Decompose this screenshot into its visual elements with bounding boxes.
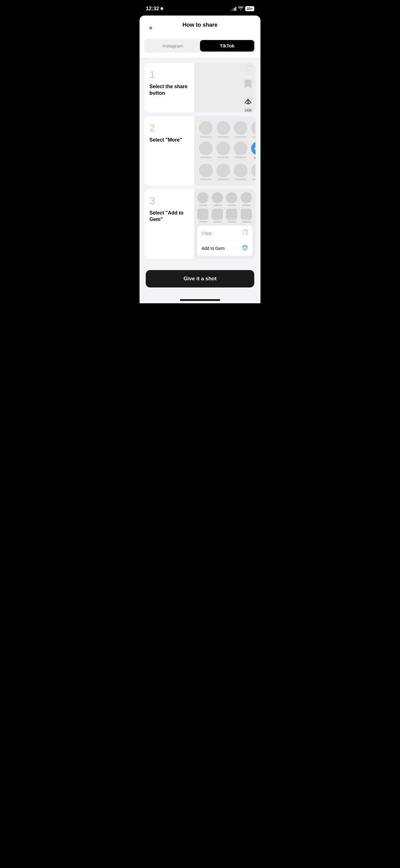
share-circle-label-7 <box>235 156 246 158</box>
share-circle-11 <box>234 164 247 177</box>
share-circle-label-10 <box>218 179 229 180</box>
status-icons: 22+ <box>231 6 254 11</box>
share-circle-label-3 <box>235 136 246 138</box>
home-indicator <box>139 297 261 303</box>
time-display: 12:32 <box>146 6 159 12</box>
step-1-number: 1 <box>149 69 189 81</box>
share-circle-label-2 <box>218 136 229 138</box>
share-item-12 <box>251 164 256 180</box>
step-2-illustration: ••• More <box>194 116 256 185</box>
step-3-card: 3 Select "Add to Gem" <box>144 189 256 259</box>
step-2-left: 2 Select "More" <box>144 116 194 185</box>
share-circle-label-4 <box>253 136 256 138</box>
context-menu: Copy Add to Gem <box>197 226 253 256</box>
home-bar <box>180 299 220 301</box>
share-circle-7 <box>234 142 247 155</box>
menu-item-copy[interactable]: Copy <box>197 226 253 241</box>
share-circle-5 <box>199 142 213 155</box>
step-3-number: 3 <box>149 195 189 207</box>
svg-marker-5 <box>242 245 247 250</box>
circles-row <box>197 192 253 206</box>
share-item-11 <box>234 164 247 180</box>
more-label: More <box>255 156 256 160</box>
sm-circle-item-4 <box>241 192 253 206</box>
step-1-left: 1 Select the share button <box>144 63 194 113</box>
share-circle-3 <box>234 121 247 135</box>
squares-row <box>197 209 253 223</box>
share-circle-4 <box>251 121 256 135</box>
sm-circle-item-3 <box>226 192 238 206</box>
more-button-item[interactable]: ••• More <box>251 142 256 160</box>
share-item-9 <box>199 164 213 180</box>
share-circle-12 <box>251 164 256 177</box>
tab-instagram[interactable]: Instagram <box>146 40 200 52</box>
sm-square-item-1 <box>197 209 209 223</box>
svg-rect-4 <box>243 231 246 235</box>
tab-header-bg: Instagram TikTok <box>139 34 261 58</box>
share-sheet: × How to share Instagram TikTok 1 Select… <box>139 16 261 303</box>
share-circle-6 <box>216 142 230 155</box>
share-item-7 <box>234 142 247 160</box>
more-circle: ••• <box>251 142 256 155</box>
copy-icon <box>242 229 248 237</box>
share-item-4 <box>251 121 256 138</box>
heart-icon: ♡ <box>244 63 252 73</box>
tab-tiktok[interactable]: TikTok <box>200 40 254 52</box>
step3-illustration: Copy Add to Gem <box>194 189 256 259</box>
close-button[interactable]: × <box>146 23 156 33</box>
share-circle-label-12 <box>253 179 256 180</box>
step-3-illustration: Copy Add to Gem <box>194 189 256 259</box>
svg-marker-0 <box>160 7 163 10</box>
share-circle-9 <box>199 164 213 177</box>
tab-switcher: Instagram TikTok <box>144 39 256 53</box>
share-item-6 <box>216 142 230 160</box>
battery-icon: 22+ <box>245 6 254 11</box>
wifi-icon <box>238 6 243 11</box>
tiktok-sidebar: ♡ <box>244 63 253 112</box>
share-item-5 <box>199 142 213 160</box>
signal-icon <box>231 6 236 11</box>
share-circle-label-1 <box>200 136 211 138</box>
share-circle-label-9 <box>200 179 211 180</box>
share-circle-1 <box>199 121 213 135</box>
share-circle-2 <box>216 121 230 135</box>
bookmark-icon <box>245 80 252 91</box>
share-circle-label-5 <box>200 156 211 158</box>
step-1-text: Select the share button <box>149 84 188 96</box>
status-time: 12:32 <box>146 6 163 12</box>
share-item-1 <box>199 121 213 138</box>
sheet-header: × How to share <box>139 16 261 34</box>
step-1-card: 1 Select the share button ♡ <box>144 63 256 113</box>
share-item-10 <box>216 164 230 180</box>
bottom-area: Give it a shot <box>139 265 261 297</box>
sm-square-item-4 <box>241 209 253 223</box>
steps-content: 1 Select the share button ♡ <box>139 58 261 265</box>
share-circle-label-6 <box>218 156 229 158</box>
status-bar: 12:32 22+ <box>139 0 261 16</box>
share-item-2 <box>216 121 230 138</box>
share-item-3 <box>234 121 247 138</box>
sheet-title: How to share <box>182 22 218 28</box>
step-1-illustration: ♡ <box>194 63 256 113</box>
location-icon <box>160 7 163 10</box>
step-2-text: Select "More" <box>149 137 182 143</box>
step-2-number: 2 <box>149 122 189 134</box>
share-circle-label-11 <box>235 179 246 180</box>
step-3-left: 3 Select "Add to Gem" <box>144 189 194 259</box>
share-circle-10 <box>216 164 230 177</box>
sm-square-item-3 <box>226 209 238 223</box>
share-button-illustration: 183k <box>244 97 253 112</box>
step-2-card: 2 Select "More" <box>144 116 256 185</box>
sm-circle-item-1 <box>197 192 209 206</box>
share-count: 183k <box>244 108 252 112</box>
cta-button[interactable]: Give it a shot <box>146 270 254 287</box>
gem-icon <box>242 244 248 252</box>
add-to-gem-label: Add to Gem <box>202 246 225 251</box>
share-arrow-icon <box>244 97 253 108</box>
share-grid: ••• More <box>194 116 256 185</box>
menu-item-add-to-gem[interactable]: Add to Gem <box>197 241 253 256</box>
copy-label: Copy <box>202 231 212 236</box>
title-row: × How to share <box>146 22 254 34</box>
sm-circle-item-2 <box>212 192 224 206</box>
step-3-text: Select "Add to Gem" <box>149 210 184 222</box>
